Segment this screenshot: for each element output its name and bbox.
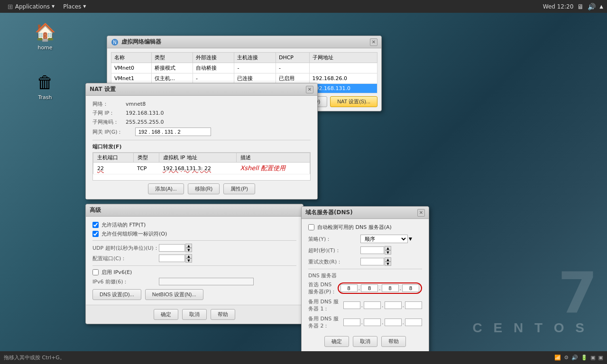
udp-spin-up[interactable]: ▲ xyxy=(185,244,192,248)
config-spin-up[interactable]: ▲ xyxy=(185,254,192,258)
applications-menu[interactable]: ⊞ Applications ▼ xyxy=(4,2,58,11)
dns-timeout-input[interactable]: 2 xyxy=(360,246,384,254)
dns-timeout-up[interactable]: ▲ xyxy=(385,246,391,250)
vne-nat-settings-button[interactable]: NAT 设置(S)... xyxy=(330,96,377,107)
dns-settings-button[interactable]: DNS 设置(D)... xyxy=(92,289,141,300)
taskbar-top: ⊞ Applications ▼ Places ▼ Wed 12:20 🖥 🔊 … xyxy=(0,0,607,13)
port-table: 主机端口 类型 虚拟机 IP 地址 描述 22 TCP 192.168.131.… xyxy=(93,153,310,174)
dns-alt2-seg3[interactable] xyxy=(385,318,402,326)
nat-window: NAT 设置 ✕ 网络： vmnet8 子网 IP： 192.168.131.0… xyxy=(85,83,318,200)
dns-alt1-seg3[interactable] xyxy=(385,301,402,309)
dns-preferred-seg1[interactable] xyxy=(340,284,358,292)
dns-alt1-seg1[interactable] xyxy=(343,301,360,309)
dns-policy-label: 策略(Y)： xyxy=(308,236,360,243)
dns-alt1-seg2[interactable] xyxy=(364,301,381,309)
dns-preferred-seg4[interactable] xyxy=(402,284,419,292)
places-menu[interactable]: Places ▼ xyxy=(59,2,90,11)
dns-alt2-seg1[interactable] xyxy=(343,318,360,326)
udp-spin-arrows: ▲ ▼ xyxy=(185,244,192,252)
dns-action-buttons: 确定 取消 帮助 xyxy=(308,332,422,349)
dns-timeout-down[interactable]: ▼ xyxy=(385,250,391,255)
dns-alt2-seg4[interactable] xyxy=(405,318,422,326)
dns-titlebar[interactable]: 域名服务器(DNS) ✕ xyxy=(302,207,429,219)
port-properties-button[interactable]: 属性(P) xyxy=(223,183,255,194)
config-port-input[interactable]: 0 xyxy=(159,255,185,262)
port-table-row[interactable]: 22 TCP 192.168.131.3: 22 Xshell 配置使用 xyxy=(93,163,310,174)
port-add-button[interactable]: 添加(A)... xyxy=(148,183,184,194)
advanced-cancel-button[interactable]: 取消 xyxy=(182,309,207,320)
vne-title-icon: N xyxy=(111,38,119,46)
chevron-up-icon: ▲ xyxy=(599,4,603,9)
trash-label: Trash xyxy=(38,94,52,100)
trash-icon[interactable]: 🗑 Trash xyxy=(26,69,64,102)
port-col-type: 类型 xyxy=(133,153,159,163)
dns-auto-detect-row: 自动检测可用的 DNS 服务器(A) xyxy=(308,224,422,231)
divider xyxy=(92,140,311,140)
dns-help-button[interactable]: 帮助 xyxy=(381,336,406,347)
taskbar-right: Wed 12:20 🖥 🔊 ▲ xyxy=(543,3,603,10)
dns-auto-detect-label: 自动检测可用的 DNS 服务器(A) xyxy=(317,224,392,231)
vne-col-type: 类型 xyxy=(151,53,193,63)
advanced-ok-button[interactable]: 确定 xyxy=(154,309,178,320)
udp-spin-down[interactable]: ▼ xyxy=(185,248,192,252)
datetime-display: Wed 12:20 xyxy=(543,3,574,10)
udp-timeout-input[interactable]: 30 xyxy=(159,244,185,252)
dns-retry-input[interactable]: 3 xyxy=(360,258,384,265)
config-spin-down[interactable]: ▼ xyxy=(185,258,192,263)
advanced-bottom-action-buttons: 确定 取消 帮助 xyxy=(86,305,303,324)
centos-number: 7 xyxy=(558,260,598,326)
table-row[interactable]: VMnet1 仅主机... - 已连接 已启用 192.168.26.0 xyxy=(111,73,377,84)
dns-cancel-button[interactable]: 取消 xyxy=(353,336,377,347)
dns-alt1-seg4[interactable] xyxy=(405,301,422,309)
dns-alt2-ip: . . . xyxy=(343,318,423,326)
advanced-help-button[interactable]: 帮助 xyxy=(211,309,235,320)
nat-titlebar[interactable]: NAT 设置 ✕ xyxy=(86,83,317,96)
port-list-container[interactable]: 主机端口 类型 虚拟机 IP 地址 描述 22 TCP 192.168.131.… xyxy=(92,152,311,181)
ipv6-checkbox-row: 启用 IPv6(E) xyxy=(92,269,296,276)
nat-subnet-mask-row: 子网掩码： 255.255.255.0 xyxy=(92,118,311,126)
dns-alt2-seg2[interactable] xyxy=(364,318,381,326)
dns-ok-button[interactable]: 确定 xyxy=(324,336,349,347)
ipv6-checkbox[interactable] xyxy=(92,269,99,275)
dns-policy-select[interactable]: 顺序 xyxy=(360,235,408,243)
dns-retry-up[interactable]: ▲ xyxy=(385,257,391,262)
ipv6-prefix-input[interactable]: fd15:4ba5:5a2b:1008::/64 xyxy=(159,278,254,285)
centos-watermark: C E N T O S xyxy=(472,320,588,336)
dns-preferred-seg2[interactable] xyxy=(361,284,378,292)
dns-alt1-label: 备用 DNS 服务器 1： xyxy=(308,298,343,312)
table-row[interactable]: VMnet0 桥接模式 自动桥接 - - xyxy=(111,63,377,73)
nat-close-button[interactable]: ✕ xyxy=(306,86,313,93)
vne-titlebar[interactable]: N 虚拟网络编辑器 ✕ xyxy=(107,36,381,48)
nat-gateway-row: 网关 IP(G)： xyxy=(92,127,311,136)
port-col-host: 主机端口 xyxy=(93,153,134,163)
netbios-settings-button[interactable]: NetBIOS 设置(N)... xyxy=(145,289,203,300)
nat-gateway-input[interactable] xyxy=(135,127,211,136)
applications-label: Applications xyxy=(15,3,50,10)
dns-alt2-label: 备用 DNS 服务器 2： xyxy=(308,315,343,329)
places-label: Places xyxy=(63,3,81,10)
dns-retry-down[interactable]: ▼ xyxy=(385,262,391,266)
nat-subnet-ip-label: 子网 IP： xyxy=(92,109,126,117)
dns-alt1-ip: . . . xyxy=(343,301,423,309)
ipv6-prefix-label: IPv6 前缀(6)： xyxy=(92,278,159,285)
nat-subnet-mask-label: 子网掩码： xyxy=(92,118,126,126)
dns-policy-row: 策略(Y)： 顺序 ▼ xyxy=(308,235,422,243)
vne-close-button[interactable]: ✕ xyxy=(370,38,377,46)
uid-checkbox[interactable] xyxy=(92,231,99,237)
divider3 xyxy=(92,265,296,266)
dns-window: 域名服务器(DNS) ✕ 自动检测可用的 DNS 服务器(A) 策略(Y)： 顺… xyxy=(301,206,429,354)
dns-auto-detect-checkbox[interactable] xyxy=(308,224,314,230)
dns-timeout-spin: 2 ▲ ▼ xyxy=(360,246,391,255)
ftp-checkbox[interactable] xyxy=(92,222,99,228)
advanced-bottom-buttons: DNS 设置(D)... NetBIOS 设置(N)... xyxy=(92,289,296,300)
port-remove-button[interactable]: 移除(R) xyxy=(188,183,220,194)
dns-preferred-seg3[interactable] xyxy=(382,284,399,292)
dns-close-button[interactable]: ✕ xyxy=(417,209,425,217)
ftp-checkbox-label: 允许活动的 FTP(T) xyxy=(101,221,146,228)
dns-timeout-label: 超时(秒)(T)： xyxy=(308,247,360,254)
dns-preferred-highlight: . . . xyxy=(338,282,423,294)
dns-retry-arrows: ▲ ▼ xyxy=(385,257,391,266)
advanced-window: 高级 允许活动的 FTP(T) 允许任何组织唯一标识符(O) UDP 超时(以秒… xyxy=(85,204,304,324)
home-icon[interactable]: 🏠 home xyxy=(26,19,64,53)
network-icon: 📶 xyxy=(554,355,561,361)
